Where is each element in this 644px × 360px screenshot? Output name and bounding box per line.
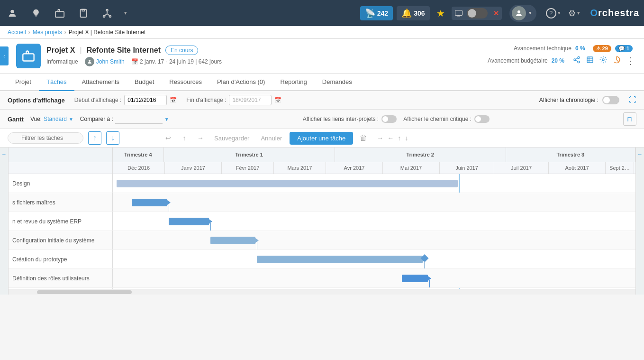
sort-desc-btn[interactable]: ↓ <box>106 131 119 145</box>
cancel-button[interactable]: Annuler <box>257 133 286 144</box>
start-date-calendar-icon[interactable]: 📅 <box>170 97 177 103</box>
tab-ressources[interactable]: Ressources <box>162 74 209 91</box>
close-screen-icon[interactable]: ✕ <box>493 9 499 17</box>
gantt-bar-erp[interactable] <box>169 218 209 225</box>
nav-up-btn[interactable]: ↑ <box>178 132 190 144</box>
settings-icon[interactable] <box>599 55 608 66</box>
end-date-input[interactable] <box>229 95 272 105</box>
top-navigation: ▾ 📡 242 🔔 306 ★ ✕ ▾ ? ▾ <box>0 0 644 26</box>
warning-badge[interactable]: ⚠ 29 <box>593 45 611 52</box>
gantt-scrollbar-thumb[interactable] <box>37 290 132 294</box>
connector-v-config <box>257 242 257 249</box>
critique-toggle[interactable] <box>474 115 490 123</box>
gantt-label-header <box>9 148 113 162</box>
inter-project-toggle-area: Afficher les liens inter-projets : <box>303 115 397 123</box>
technical-progress-row: Avancement technique 6 % <box>514 45 585 52</box>
svg-point-12 <box>574 59 576 61</box>
table-icon[interactable] <box>585 55 595 66</box>
breadcrumb-home[interactable]: Accueil <box>8 29 26 36</box>
breadcrumb: Accueil › Mes projets › Projet X | Refon… <box>0 26 644 39</box>
add-task-button[interactable]: Ajouter une tâche <box>290 132 353 145</box>
gantt-corner-btn[interactable]: ⊓ <box>623 112 636 126</box>
nav-notifications-btn[interactable]: 📡 242 <box>360 6 393 20</box>
share-icon[interactable] <box>572 55 581 66</box>
compare-input[interactable] <box>115 115 163 124</box>
start-date-field: Début d'affichage : 📅 <box>74 95 177 105</box>
sidebar-toggle-btn[interactable]: ‹ <box>0 46 9 65</box>
nav-screen-toggle[interactable]: ✕ <box>452 7 502 20</box>
tab-reporting[interactable]: Reporting <box>272 74 314 91</box>
logo-o-letter: O <box>590 8 599 18</box>
undo-btn[interactable]: ↩ <box>162 132 174 144</box>
project-manager-link[interactable]: John Smith <box>85 57 125 66</box>
app-logo: OOrchestrarchestra <box>590 8 640 18</box>
chart-icon[interactable] <box>612 55 621 66</box>
nav-network-icon[interactable] <box>100 6 115 21</box>
indent-right-btn[interactable]: → <box>376 133 384 143</box>
svg-rect-16 <box>587 57 593 63</box>
nav-user-icon[interactable] <box>5 6 20 21</box>
delete-task-btn[interactable]: 🗑 <box>357 131 370 145</box>
tab-attachements[interactable]: Attachements <box>74 74 127 91</box>
inter-project-toggle[interactable] <box>381 115 397 123</box>
svg-rect-3 <box>81 9 87 17</box>
move-down-btn[interactable]: ↓ <box>404 133 409 143</box>
filter-tasks-input[interactable] <box>8 132 83 144</box>
task-label-docs: Mise en place des documents du processus <box>9 288 113 289</box>
nav-bulb-icon[interactable] <box>28 6 44 21</box>
nav-user-menu[interactable]: ▾ <box>509 5 536 22</box>
nav-more-arrow[interactable]: ▾ <box>124 10 127 16</box>
fullscreen-icon[interactable]: ⛶ <box>629 96 636 104</box>
nav-star-btn[interactable]: ★ <box>436 8 445 19</box>
info-badge[interactable]: 💬 1 <box>615 45 633 52</box>
vue-value[interactable]: Standard <box>44 116 67 122</box>
start-date-input[interactable] <box>124 95 167 105</box>
gantt-right-collapse-btn[interactable]: ← <box>635 148 644 295</box>
connector-v-erp <box>210 223 211 231</box>
nav-settings-btn[interactable]: ⚙ ▾ <box>568 8 580 18</box>
gantt-bar-design[interactable] <box>117 180 458 187</box>
gantt-bars-erp <box>113 212 635 231</box>
gantt-bars-roles <box>113 269 635 287</box>
save-button[interactable]: Sauvegarder <box>210 133 253 144</box>
nav-right-btn[interactable]: → <box>194 132 207 144</box>
gantt-quarters-row: Trimestre 4 Trimestre 1 Trimestre 2 Trim… <box>9 148 635 162</box>
inter-project-label: Afficher les liens inter-projets : <box>303 116 379 122</box>
sort-desc-icon: ↓ <box>111 134 115 142</box>
gantt-month-dec2016: Déc 2016 <box>113 162 165 174</box>
nav-briefcase-icon[interactable] <box>52 6 67 21</box>
help-icon: ? <box>546 8 556 18</box>
breadcrumb-projects[interactable]: Mes projets <box>33 29 62 36</box>
tab-taches[interactable]: Tâches <box>39 74 74 91</box>
screen-toggle-switch[interactable] <box>467 8 488 18</box>
timeline-toggle-switch[interactable] <box>602 96 619 104</box>
manager-avatar <box>85 57 94 66</box>
gantt-bar-fichiers[interactable] <box>132 199 167 206</box>
nav-chevron-icon: ▾ <box>529 10 532 16</box>
rss-icon: 📡 <box>365 8 375 18</box>
svg-point-11 <box>578 56 580 58</box>
nav-help-btn[interactable]: ? ▾ <box>546 8 561 18</box>
connector-v-fichiers <box>169 204 169 212</box>
gantt-horizontal-scrollbar[interactable] <box>9 289 635 295</box>
gantt-quarter-2: Trimestre 2 <box>335 148 506 162</box>
nav-clipboard-icon[interactable] <box>76 6 91 21</box>
sort-asc-btn[interactable]: ↑ <box>88 131 101 145</box>
tab-demandes[interactable]: Demandes <box>315 74 360 91</box>
gantt-bar-prototype[interactable] <box>257 256 423 263</box>
end-date-calendar-icon[interactable]: 📅 <box>274 97 281 103</box>
more-options-icon[interactable]: ⋮ <box>625 54 636 67</box>
nav-alerts-btn[interactable]: 🔔 306 <box>397 6 429 20</box>
gantt-vue-selector[interactable]: Vue: Standard ▼ <box>30 116 73 122</box>
gantt-left-collapse-btn[interactable]: → <box>0 148 9 295</box>
tab-plan-actions[interactable]: Plan d'Actions (0) <box>209 74 272 91</box>
gantt-bar-roles[interactable] <box>402 275 428 282</box>
tab-projet[interactable]: Projet <box>8 74 39 91</box>
gantt-bar-config[interactable] <box>210 237 255 244</box>
svg-point-4 <box>106 9 108 11</box>
project-manager-name: John Smith <box>96 58 125 65</box>
move-up-btn[interactable]: ↑ <box>397 133 402 143</box>
sort-asc-icon: ↑ <box>93 134 97 142</box>
indent-left-btn[interactable]: ← <box>386 133 395 143</box>
tab-budget[interactable]: Budget <box>127 74 162 91</box>
